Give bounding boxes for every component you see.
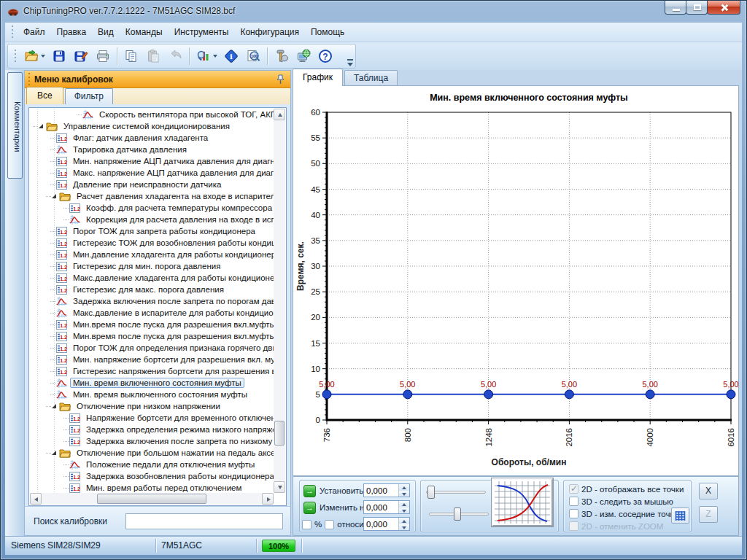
zoom-100-button[interactable]: 100 (242, 46, 264, 66)
tree-item[interactable]: Положение педали для отключения муфты (30, 459, 274, 470)
maximize-button[interactable] (686, 1, 708, 15)
undo-button[interactable] (164, 46, 186, 66)
tree-item[interactable]: Тарировка датчика давления (30, 144, 274, 155)
save-as-button[interactable] (70, 46, 92, 66)
tree-item[interactable]: 1.2Мин. время работы перед отключением (30, 482, 274, 493)
dropdown-arrow-icon[interactable] (213, 55, 217, 58)
tree-item[interactable]: Мин. время включенного состояния муфты (30, 377, 274, 389)
menu-item-2[interactable]: Правка (51, 24, 93, 40)
tree-item[interactable]: 1.2Мин.время после пуска для разрешения … (30, 330, 274, 342)
y-slider[interactable] (429, 508, 489, 521)
print-button[interactable] (92, 46, 114, 66)
spin-down-icon[interactable] (399, 491, 409, 497)
search-input[interactable] (125, 513, 283, 529)
tree-item[interactable]: 1.2Гистерезис напряжения бортсети для ра… (30, 365, 274, 377)
pin-icon[interactable] (276, 74, 285, 85)
option-checkbox-1[interactable] (569, 484, 578, 494)
slider-thumb[interactable] (454, 508, 461, 521)
tree-folder[interactable]: Отключение при низком напряжении (30, 400, 274, 412)
data-point[interactable] (646, 390, 654, 399)
chart-view-button[interactable] (193, 46, 220, 66)
apply-change-button[interactable]: → (303, 502, 316, 514)
copy-button[interactable] (120, 46, 142, 66)
online-button[interactable] (293, 46, 314, 66)
tree-item[interactable]: 1.2Мин. напряжение бортсети для разрешен… (30, 354, 274, 365)
tree-item[interactable]: 1.2Мин. напряжение АЦП датчика давления … (30, 155, 274, 167)
calibration-chart[interactable]: 0510152025303540455055607368001248201640… (293, 86, 738, 475)
tree-folder[interactable]: Расчет давления хладагента на входе в ис… (30, 190, 274, 202)
title-bar[interactable]: ChipTuningPRO ver.7.7.2.1222 - 7M51AGC S… (1, 1, 746, 23)
tree-item[interactable]: 1.2Задержка включения после запрета по н… (30, 435, 274, 447)
comments-tab[interactable]: Комментарии (7, 72, 23, 179)
z-axis-button[interactable]: Z (699, 506, 718, 523)
data-point[interactable] (484, 390, 493, 399)
tree-item[interactable]: 1.2Порог ТОЖ для определения признака го… (30, 342, 274, 354)
data-point[interactable] (727, 390, 735, 399)
expand-triangle-icon[interactable] (39, 124, 43, 128)
tree-item[interactable]: 1.2Давление при неисправности датчика (30, 179, 274, 190)
tree-vertical-scrollbar[interactable] (274, 109, 285, 493)
tree-item[interactable]: 1.2Гистерезис для макс. порога давления (30, 284, 274, 295)
scroll-right-button[interactable] (262, 493, 274, 505)
menu-item-3[interactable]: Вид (92, 24, 120, 40)
scroll-up-button[interactable] (274, 109, 285, 120)
x-axis-button[interactable]: X (699, 483, 718, 499)
menu-item-1[interactable]: Файл (18, 24, 51, 40)
tree-item[interactable]: 1.2Флаг: датчик давления хладагента (30, 132, 274, 144)
set-to-input[interactable] (364, 484, 398, 497)
data-point[interactable] (322, 390, 331, 399)
tab-grafik[interactable]: График (293, 69, 343, 86)
curve-preview-button[interactable] (492, 478, 553, 526)
spin-down-icon[interactable] (399, 508, 409, 514)
tab-tablica[interactable]: Таблица (344, 70, 398, 86)
percent-checkbox[interactable] (302, 520, 311, 529)
minimize-button[interactable] (665, 1, 686, 15)
change-by-input[interactable] (364, 501, 398, 513)
tree-item[interactable]: 1.2Мин.время после пуска для разрешения … (30, 319, 274, 330)
tree-horizontal-scrollbar[interactable] (30, 493, 274, 505)
data-point[interactable] (403, 390, 412, 399)
info-button[interactable]: i (220, 46, 242, 66)
scroll-down-button[interactable] (274, 481, 285, 493)
tree-item[interactable]: Коррекция для расчета давления на входе … (30, 214, 274, 225)
relative-checkbox[interactable] (325, 520, 334, 529)
close-button[interactable] (707, 1, 740, 15)
menu-item-4[interactable]: Команды (120, 24, 169, 40)
tools-button[interactable] (271, 46, 293, 66)
menu-item-5[interactable]: Инструменты (169, 24, 235, 40)
save-button[interactable] (48, 46, 70, 66)
paste-button[interactable] (142, 46, 164, 66)
tree-item[interactable]: Задержка включения после запрета по поро… (30, 295, 274, 307)
grid-button[interactable] (671, 508, 689, 524)
tree-folder[interactable]: Управление системой кондиционирования (30, 120, 274, 132)
tree-item[interactable]: Мин. время выключенного состояния муфты (30, 389, 274, 400)
scroll-left-button[interactable] (30, 493, 42, 505)
dropdown-arrow-icon[interactable] (41, 55, 45, 58)
option-checkbox-3[interactable] (569, 509, 578, 518)
filter-tab-Фильтр[interactable]: Фильтр (65, 88, 113, 104)
tree-item[interactable]: 1.2Макс. напряжение АЦП датчика давления… (30, 167, 274, 179)
spin-up-icon[interactable] (399, 484, 409, 491)
tree-item[interactable]: 1.2Задержка определения режима низкого н… (30, 424, 274, 435)
tree-item[interactable]: 1.2Гистерезис ТОЖ для возобновления рабо… (30, 237, 274, 249)
spin-up-icon[interactable] (399, 501, 409, 508)
x-slider[interactable] (426, 486, 486, 499)
apply-set-button[interactable]: → (303, 485, 316, 497)
horizontal-scroll-thumb[interactable] (97, 494, 206, 504)
expand-triangle-icon[interactable] (52, 404, 56, 408)
data-point[interactable] (565, 390, 573, 399)
menu-item-6[interactable]: Конфигурация (234, 24, 305, 40)
slider-thumb[interactable] (427, 486, 435, 499)
tree-item[interactable]: 1.2Задержка возобновления работы кондици… (30, 470, 274, 482)
expand-triangle-icon[interactable] (52, 194, 56, 198)
tree-item[interactable]: 1.2Макс.давление хладагента для работы к… (30, 272, 274, 284)
spin-up-icon[interactable] (399, 518, 409, 524)
relative-input[interactable] (364, 518, 398, 530)
tree-item[interactable]: 1.2Коэфф. для расчета температуры компре… (30, 202, 274, 214)
toolbar-overflow-button[interactable] (347, 58, 355, 68)
tree-folder[interactable]: Отключение при большом нажатии на педаль… (30, 447, 274, 459)
tree-item[interactable]: Макс.давление в испарителе для работы ко… (30, 307, 274, 319)
tree-item[interactable]: 1.2Мин.давление хладагента для работы ко… (30, 249, 274, 260)
option-checkbox-4[interactable] (569, 521, 578, 531)
tree-item[interactable]: Скорость вентилятора при высокой ТОГ, АК… (30, 109, 274, 120)
